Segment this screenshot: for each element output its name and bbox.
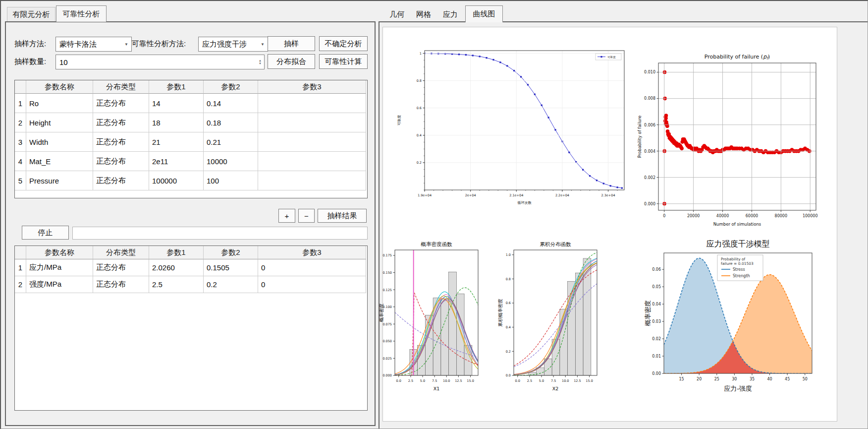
svg-text:15: 15 [679, 377, 684, 381]
stress-strength-interference-chart: Probability offailure = 0.01503StressStr… [644, 233, 854, 399]
table-cell[interactable]: 2e11 [149, 152, 204, 171]
sample-count-input[interactable] [56, 58, 256, 66]
table-cell[interactable]: 正态分布 [93, 152, 149, 171]
stop-button[interactable]: 停止 [22, 226, 69, 240]
cdf-histogram-chart: 0.02.55.07.510.012.515.00.00.20.40.60.81… [498, 238, 608, 398]
svg-text:0.0: 0.0 [506, 373, 511, 377]
sample-count-spinner: ▲ ▼ [55, 55, 265, 69]
svg-text:应力-强度: 应力-强度 [724, 385, 752, 392]
reliability-curve-chart: 可靠度1.9e+042e+042.1e+042.2e+042.3e+040.20… [391, 45, 630, 221]
table-cell[interactable]: 0.1505 [204, 259, 258, 276]
svg-text:12.5: 12.5 [455, 379, 462, 383]
table-cell[interactable]: 应力/MPa [26, 259, 93, 276]
table-cell[interactable]: 21 [149, 132, 204, 152]
sample-button[interactable]: 抽样 [268, 36, 315, 51]
table-cell[interactable]: Ro [26, 94, 93, 113]
row-number[interactable]: 3 [15, 132, 26, 152]
table-cell[interactable]: 0 [258, 259, 366, 276]
svg-text:80000: 80000 [775, 214, 787, 218]
table-cell[interactable]: Height [26, 113, 93, 132]
tab-reliability-analysis[interactable]: 可靠性分析 [56, 5, 107, 22]
table-cell[interactable]: 0 [258, 276, 366, 293]
tab-finite-element-analysis[interactable]: 有限元分析 [7, 7, 55, 22]
svg-text:概率密度函数: 概率密度函数 [421, 241, 453, 247]
tab-geometry[interactable]: 几何 [385, 7, 409, 22]
row-number[interactable]: 2 [15, 276, 26, 293]
table-cell[interactable]: 2.0260 [149, 259, 204, 276]
table-cell[interactable]: 14 [149, 94, 204, 113]
table-cell[interactable]: 正态分布 [93, 259, 149, 276]
table-cell[interactable]: 0.21 [204, 132, 258, 152]
row-number[interactable]: 1 [15, 259, 26, 276]
svg-text:50: 50 [803, 377, 808, 381]
table-row: 1Ro正态分布140.14 [15, 94, 367, 113]
table-row: 1应力/MPa正态分布2.02600.15050 [15, 259, 367, 276]
svg-text:概率密度: 概率密度 [644, 301, 651, 326]
table-cell[interactable]: 强度/MPa [26, 276, 93, 293]
progress-bar [72, 227, 368, 240]
tab-label: 应力 [443, 10, 458, 19]
table-cell[interactable]: 0.2 [204, 276, 258, 293]
uncertainty-analysis-button[interactable]: 不确定分析 [319, 36, 368, 51]
svg-text:0.175: 0.175 [382, 253, 392, 257]
table-cell[interactable]: 正态分布 [93, 276, 149, 293]
add-row-button[interactable]: + [278, 209, 295, 223]
row-number[interactable]: 2 [15, 113, 26, 132]
table-cell[interactable]: 正态分布 [93, 113, 149, 132]
row-number[interactable]: 1 [15, 94, 26, 113]
svg-text:0.01: 0.01 [652, 354, 661, 359]
remove-row-button[interactable]: − [298, 209, 315, 223]
svg-text:0.000: 0.000 [644, 202, 655, 206]
table-cell[interactable]: Pressure [26, 171, 93, 190]
reliability-calc-button[interactable]: 可靠性计算 [319, 54, 368, 69]
svg-text:40: 40 [767, 377, 772, 381]
table-cell[interactable]: 正态分布 [93, 94, 149, 113]
parameter-table: 参数名称分布类型参数1参数2参数31Ro正态分布140.142Height正态分… [14, 80, 368, 198]
svg-text:40000: 40000 [716, 214, 729, 218]
table-cell[interactable]: 18 [149, 113, 204, 132]
column-header: 参数1 [149, 80, 204, 94]
tab-mesh[interactable]: 网格 [412, 7, 435, 22]
table-cell[interactable]: Width [26, 132, 93, 152]
svg-text:1.0: 1.0 [506, 253, 511, 257]
tab-stress[interactable]: 应力 [438, 7, 462, 22]
result-table: 参数名称分布类型参数1参数2参数31应力/MPa正态分布2.02600.1505… [14, 245, 368, 411]
table-cell[interactable] [258, 132, 366, 152]
svg-text:5.0: 5.0 [420, 379, 425, 383]
table-cell[interactable]: 0.14 [204, 94, 258, 113]
table-cell[interactable] [258, 152, 366, 171]
analysis-method-select[interactable]: 应力强度干涉 ▼ [198, 37, 268, 52]
table-cell[interactable]: 正态分布 [93, 171, 149, 190]
svg-text:0.0: 0.0 [396, 379, 401, 383]
svg-text:0.075: 0.075 [382, 322, 392, 326]
svg-text:Probability of failure (pf): Probability of failure (pf) [705, 54, 770, 61]
row-number[interactable]: 4 [15, 152, 26, 171]
svg-text:0.8: 0.8 [506, 277, 511, 281]
table-cell[interactable]: 正态分布 [93, 132, 149, 152]
distribution-fit-button[interactable]: 分布拟合 [268, 54, 315, 69]
row-header-corner [15, 80, 26, 94]
svg-text:0.050: 0.050 [382, 339, 392, 343]
sampling-result-button[interactable]: 抽样结果 [318, 209, 367, 223]
tab-label: 几何 [389, 10, 404, 19]
column-header: 分布类型 [93, 246, 149, 259]
table-cell[interactable]: 100 [204, 171, 258, 190]
table-cell[interactable]: 10000 [204, 152, 258, 171]
table-cell[interactable] [258, 113, 366, 132]
table-cell[interactable]: 100000 [149, 171, 204, 190]
svg-text:0.03: 0.03 [652, 319, 661, 324]
sampling-method-select[interactable]: 蒙特卡洛法 ▼ [55, 37, 132, 52]
svg-text:0.000: 0.000 [382, 373, 392, 377]
table-cell[interactable] [258, 171, 366, 190]
svg-text:2.3e+04: 2.3e+04 [601, 193, 615, 197]
column-header: 参数2 [204, 80, 258, 94]
svg-text:1: 1 [420, 52, 422, 56]
tab-label: 有限元分析 [13, 10, 50, 19]
spin-down-icon[interactable]: ▼ [259, 62, 262, 65]
table-cell[interactable]: 2.5 [149, 276, 204, 293]
table-cell[interactable] [258, 94, 366, 113]
table-cell[interactable]: 0.18 [204, 113, 258, 132]
row-number[interactable]: 5 [15, 171, 26, 190]
tab-curve-plot[interactable]: 曲线图 [465, 5, 503, 22]
table-cell[interactable]: Mat_E [26, 152, 93, 171]
